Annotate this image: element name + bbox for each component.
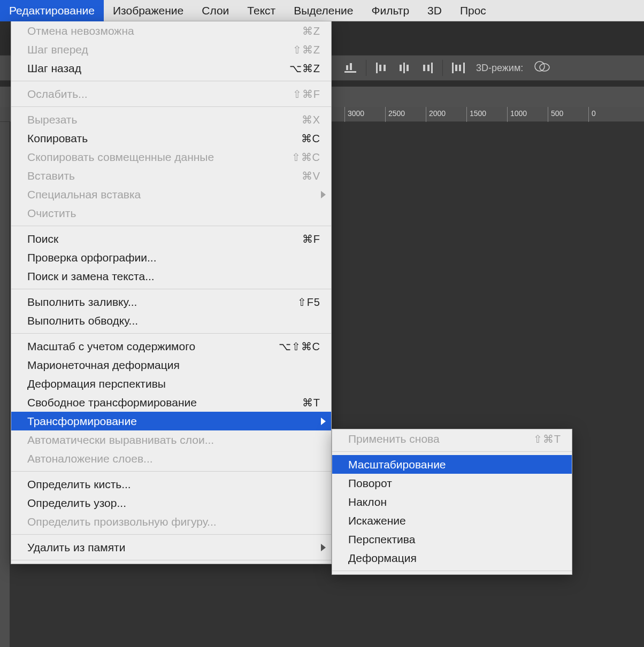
ruler-mark [385,107,386,122]
distribute-horizontal-right-icon[interactable] [419,60,435,76]
menu-item-fill[interactable]: Выполнить заливку...⇧F5 [11,292,331,311]
svg-rect-2 [350,63,352,70]
submenu-item-label: Искажение [348,514,561,527]
ruler-mark [426,107,426,122]
shortcut-label: ⌥⇧⌘C [279,340,320,353]
menu-item-define-custom-shape[interactable]: Определить произвольную фигуру... [11,512,331,531]
menu-item-label: Проверка орфографии... [27,251,320,264]
menu-filter[interactable]: Фильтр [363,0,419,21]
submenu-item-distort[interactable]: Искажение [332,511,572,530]
menu-item-label: Автоналожение слоев... [27,452,320,465]
svg-rect-15 [459,65,461,71]
submenu-item-warp[interactable]: Деформация [332,549,572,567]
svg-rect-14 [455,65,457,71]
submenu-item-apply-again[interactable]: Применить снова⇧⌘T [332,429,572,448]
ruler-mark [466,107,467,122]
menu-item-label: Шаг назад [27,62,289,75]
menu-item-label: Марионеточная деформация [27,359,320,372]
menu-item-fade[interactable]: Ослабить...⇧⌘F [11,84,331,103]
menu-image[interactable]: Изображение [104,0,193,21]
menu-item-label: Свободное трансформирование [27,396,302,409]
menu-item-perspective-warp[interactable]: Деформация перспективы [11,374,331,393]
svg-rect-9 [431,63,433,73]
svg-rect-7 [403,63,405,73]
menu-separator [332,451,572,452]
align-bottom-icon[interactable] [342,60,358,76]
submenu-item-scale[interactable]: Масштабирование [332,455,572,474]
submenu-arrow-icon [321,191,326,198]
menu-item-define-brush[interactable]: Определить кисть... [11,475,331,494]
menu-item-label: Выполнить заливку... [27,296,297,309]
menu-layers[interactable]: Слои [193,0,238,21]
menu-item-content-aware-scale[interactable]: Масштаб с учетом содержимого⌥⇧⌘C [11,337,331,356]
menu-edit[interactable]: Редактирование [0,0,104,21]
menu-label: 3D [427,4,442,17]
svg-rect-6 [400,65,402,71]
menu-item-label: Шаг вперед [27,43,293,56]
menu-label: Фильтр [372,4,410,17]
submenu-arrow-icon [321,418,326,425]
menu-separator [11,226,331,226]
menu-item-clear[interactable]: Очистить [11,204,331,222]
menu-item-paste[interactable]: Вставить⌘V [11,166,331,185]
shortcut-label: ⌘C [301,132,320,145]
menu-item-label: Определить узор... [27,497,320,510]
shortcut-label: ⌥⌘Z [289,62,320,75]
svg-rect-0 [344,71,356,73]
submenu-item-skew[interactable]: Наклон [332,492,572,511]
orbit-3d-icon[interactable] [534,60,550,75]
svg-rect-5 [384,65,386,71]
distribute-horizontal-center-icon[interactable] [396,60,412,76]
menu-separator [11,560,331,560]
submenu-item-perspective[interactable]: Перспектива [332,530,572,549]
menu-item-label: Определить кисть... [27,478,320,491]
shortcut-label: ⇧⌘T [533,433,561,445]
menu-item-purge[interactable]: Удалить из памяти [11,538,331,557]
menu-item-label: Поиск и замена текста... [27,270,320,283]
menu-item-stroke[interactable]: Выполнить обводку... [11,311,331,330]
distribute-spacing-icon[interactable] [450,60,466,76]
ruler-tick: 0 [592,109,596,118]
svg-rect-12 [452,63,454,73]
menu-item-label: Копировать [27,132,301,145]
menu-item-auto-align[interactable]: Автоматически выравнивать слои... [11,430,331,449]
menu-item-copy[interactable]: Копировать⌘C [11,129,331,148]
ruler-tick: 3000 [348,109,364,118]
submenu-item-label: Деформация [348,552,561,565]
submenu-item-label: Наклон [348,496,561,509]
menu-text[interactable]: Текст [238,0,285,21]
menu-item-define-pattern[interactable]: Определить узор... [11,494,331,512]
ruler-mark [548,107,548,122]
svg-rect-13 [463,63,465,73]
shortcut-label: ⌘Z [302,25,320,37]
menu-item-find-replace[interactable]: Поиск и замена текста... [11,267,331,286]
menu-select[interactable]: Выделение [285,0,362,21]
svg-rect-10 [423,65,425,71]
distribute-horizontal-left-icon[interactable] [374,60,390,76]
menu-item-copy-merged[interactable]: Скопировать совмещенные данные⇧⌘C [11,148,331,166]
menu-item-free-transform[interactable]: Свободное трансформирование⌘T [11,393,331,412]
menu-item-cut[interactable]: Вырезать⌘X [11,110,331,129]
menu-3d[interactable]: 3D [418,0,451,21]
menu-view-truncated[interactable]: Прос [451,0,495,21]
options-divider [442,60,443,76]
svg-rect-3 [376,63,378,73]
menu-item-paste-special[interactable]: Специальная вставка [11,185,331,204]
ruler-tick: 500 [551,109,563,118]
menu-item-label: Очистить [27,207,320,220]
menu-item-auto-blend[interactable]: Автоналожение слоев... [11,449,331,468]
edit-menu-dropdown: Отмена невозможна⌘Z Шаг вперед⇧⌘Z Шаг на… [11,21,332,564]
menu-item-step-forward[interactable]: Шаг вперед⇧⌘Z [11,40,331,59]
menu-label: Текст [247,4,275,17]
menu-item-step-backward[interactable]: Шаг назад⌥⌘Z [11,59,331,78]
menu-item-puppet-warp[interactable]: Марионеточная деформация [11,356,331,374]
menu-item-transform[interactable]: Трансформирование [11,412,331,430]
submenu-item-rotate[interactable]: Поворот [332,474,572,492]
menu-label: Прос [460,4,486,17]
menu-label: Выделение [294,4,353,17]
transform-submenu: Применить снова⇧⌘T Масштабирование Повор… [332,429,572,575]
shortcut-label: ⇧⌘C [292,151,320,164]
menu-item-search[interactable]: Поиск⌘F [11,229,331,248]
menu-item-undo[interactable]: Отмена невозможна⌘Z [11,21,331,40]
menu-item-check-spelling[interactable]: Проверка орфографии... [11,248,331,267]
